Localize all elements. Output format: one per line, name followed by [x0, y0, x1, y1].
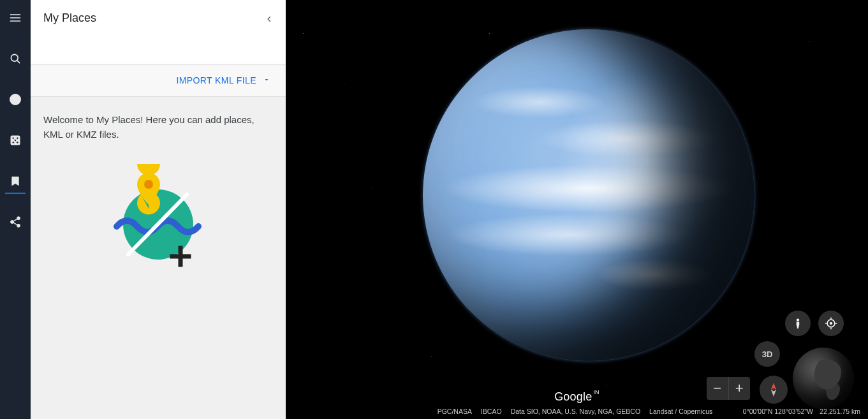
camera-alt: 22,251.75 km: [820, 408, 860, 415]
panel-header: My Places: [31, 0, 286, 64]
pegman-button[interactable]: [785, 311, 811, 336]
left-toolbar: [0, 0, 31, 419]
svg-marker-21: [771, 390, 776, 397]
attrib-ibcao: IBCAO: [481, 408, 502, 415]
zoom-in-button[interactable]: +: [729, 377, 751, 400]
svg-point-17: [797, 319, 800, 322]
svg-point-0: [11, 54, 18, 61]
share-icon[interactable]: [8, 214, 23, 230]
svg-point-14: [144, 180, 153, 189]
my-location-button[interactable]: [818, 311, 844, 336]
toggle-3d-button[interactable]: 3D: [754, 341, 780, 367]
svg-point-11: [17, 224, 20, 227]
map-canvas[interactable]: 3D − + Google IN PGC/NASA IBCAO Data SIO…: [286, 0, 868, 419]
compass-needle-icon: [767, 381, 780, 398]
svg-point-10: [11, 221, 14, 224]
google-logo: Google IN: [554, 390, 600, 404]
collapse-panel-button[interactable]: [263, 11, 276, 29]
search-icon[interactable]: [8, 51, 23, 66]
dropdown-caret-icon[interactable]: [263, 75, 270, 85]
places-panel: My Places IMPORT KML FILE Welcome to My …: [31, 0, 286, 419]
zoom-control: − +: [707, 377, 750, 400]
toggle-3d-label: 3D: [762, 349, 773, 359]
svg-point-8: [14, 139, 16, 141]
attrib-data: Data SIO, NOAA, U.S. Navy, NGA, GEBCO: [511, 408, 640, 415]
camera-coords: 0°00'00"N 128°03'52"W: [743, 408, 813, 415]
svg-point-5: [17, 137, 18, 139]
import-kml-row[interactable]: IMPORT KML FILE: [31, 64, 286, 97]
svg-marker-20: [771, 383, 776, 390]
svg-point-19: [830, 322, 832, 325]
svg-point-2: [14, 98, 17, 101]
svg-point-4: [12, 137, 14, 139]
logo-text: Google: [554, 390, 592, 404]
welcome-text: Welcome to My Places! Here you can add p…: [31, 97, 286, 158]
earth-globe[interactable]: [423, 29, 754, 361]
attribution-bar: PGC/NASA IBCAO Data SIO, NOAA, U.S. Navy…: [286, 408, 868, 415]
places-icon[interactable]: [8, 173, 23, 189]
compass-button[interactable]: [760, 376, 788, 404]
panel-title: My Places: [43, 11, 96, 25]
svg-point-6: [12, 142, 14, 143]
logo-locale: IN: [593, 389, 599, 395]
lucky-icon[interactable]: [8, 133, 23, 148]
import-kml-label[interactable]: IMPORT KML FILE: [176, 75, 256, 85]
empty-state-illustration: [31, 164, 286, 272]
overview-globe[interactable]: [793, 348, 854, 409]
svg-point-9: [17, 217, 20, 220]
voyager-icon[interactable]: [8, 92, 23, 107]
menu-icon[interactable]: [8, 10, 23, 26]
svg-point-7: [17, 142, 18, 143]
attrib-pgc: PGC/NASA: [438, 408, 472, 415]
zoom-out-button[interactable]: −: [707, 377, 729, 400]
attrib-landsat: Landsat / Copernicus: [649, 408, 712, 415]
